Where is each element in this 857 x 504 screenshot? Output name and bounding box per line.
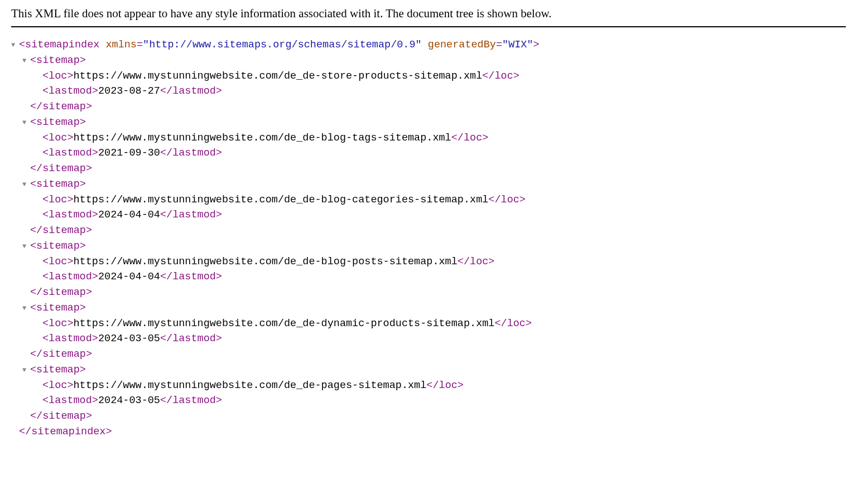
lastmod-line: <lastmod>2024-04-04</lastmod> — [11, 269, 846, 285]
caret-icon[interactable] — [22, 118, 30, 128]
sitemap-open-tag: <sitemap> — [30, 117, 86, 128]
sitemap-close-tag: </sitemap> — [30, 163, 92, 175]
lastmod-value: 2024-03-05 — [98, 333, 160, 345]
loc-line: <loc>https://www.mystunningwebsite.com/d… — [11, 316, 846, 332]
loc-value: https://www.mystunningwebsite.com/de_de-… — [74, 70, 483, 82]
loc-value: https://www.mystunningwebsite.com/de_de-… — [74, 256, 458, 268]
sitemap-close-line: </sitemap> — [11, 285, 846, 301]
loc-close-tag: </loc> — [426, 380, 464, 391]
sitemap-open-tag: <sitemap> — [30, 55, 86, 66]
loc-close-tag: </loc> — [482, 70, 519, 82]
loc-value: https://www.mystunningwebsite.com/de_de-… — [74, 194, 489, 206]
loc-close-tag: </loc> — [494, 318, 532, 329]
loc-line: <loc>https://www.mystunningwebsite.com/d… — [11, 130, 846, 146]
sitemap-entry: <sitemap><loc>https://www.mystunningwebs… — [11, 177, 846, 239]
space — [99, 39, 105, 51]
root-close-tag: </ — [19, 426, 31, 438]
sitemap-close-line: </sitemap> — [11, 161, 846, 177]
attr-value-1: WIX — [508, 39, 527, 51]
loc-open-tag: <loc> — [42, 132, 74, 144]
lastmod-open-tag: <lastmod> — [42, 333, 98, 345]
loc-value: https://www.mystunningwebsite.com/de_de-… — [74, 132, 451, 144]
lastmod-open-tag: <lastmod> — [42, 271, 98, 283]
lastmod-open-tag: <lastmod> — [42, 395, 98, 406]
xml-no-style-notice: This XML file does not appear to have an… — [11, 7, 846, 27]
sitemap-entry: <sitemap><loc>https://www.mystunningwebs… — [11, 115, 846, 177]
loc-line: <loc>https://www.mystunningwebsite.com/d… — [11, 378, 846, 394]
sitemap-close-line: </sitemap> — [11, 347, 846, 362]
sitemap-close-line: </sitemap> — [11, 409, 846, 424]
equals: = — [137, 39, 143, 51]
lastmod-line: <lastmod>2024-03-05</lastmod> — [11, 393, 846, 409]
root-close-bracket: > — [533, 39, 540, 51]
lastmod-line: <lastmod>2024-04-04</lastmod> — [11, 207, 846, 223]
sitemap-entries: <sitemap><loc>https://www.mystunningwebs… — [11, 53, 846, 424]
space — [422, 39, 428, 51]
loc-close-tag: </loc> — [451, 132, 489, 144]
sitemap-open-line: <sitemap> — [11, 239, 846, 254]
sitemap-open-line: <sitemap> — [11, 301, 846, 316]
attr-name-0: xmlns — [105, 39, 137, 51]
sitemap-open-tag: <sitemap> — [30, 364, 86, 376]
sitemap-close-tag: </sitemap> — [30, 101, 92, 113]
sitemap-close-tag: </sitemap> — [30, 225, 92, 236]
sitemap-entry: <sitemap><loc>https://www.mystunningwebs… — [11, 239, 846, 301]
caret-icon[interactable] — [22, 180, 30, 190]
caret-icon[interactable] — [22, 365, 30, 375]
quote: " — [416, 39, 422, 51]
sitemap-open-line: <sitemap> — [11, 362, 846, 378]
lastmod-value: 2024-04-04 — [98, 209, 160, 221]
sitemap-open-tag: <sitemap> — [30, 178, 86, 190]
sitemap-close-tag: </sitemap> — [30, 287, 92, 298]
lastmod-close-tag: </lastmod> — [160, 395, 222, 406]
loc-close-tag: </loc> — [458, 256, 495, 268]
loc-value: https://www.mystunningwebsite.com/de_de-… — [74, 380, 427, 391]
quote: " — [143, 39, 149, 51]
root-open-line: <sitemapindex xmlns="http://www.sitemaps… — [11, 37, 846, 53]
lastmod-open-tag: <lastmod> — [42, 85, 98, 97]
sitemap-open-line: <sitemap> — [11, 177, 846, 192]
sitemap-open-tag: <sitemap> — [30, 240, 86, 252]
caret-icon[interactable] — [22, 303, 30, 313]
lastmod-close-tag: </lastmod> — [160, 85, 222, 97]
root-close-name: sitemapindex — [31, 426, 105, 438]
root-tag-name: sitemapindex — [25, 39, 99, 51]
loc-line: <loc>https://www.mystunningwebsite.com/d… — [11, 192, 846, 208]
loc-open-tag: <loc> — [42, 318, 74, 329]
lastmod-value: 2024-03-05 — [98, 395, 160, 406]
quote: " — [527, 39, 533, 51]
root-close-line: </sitemapindex> — [11, 424, 846, 440]
lastmod-close-tag: </lastmod> — [160, 209, 222, 221]
loc-close-tag: </loc> — [488, 194, 526, 206]
loc-open-tag: <loc> — [42, 256, 74, 268]
equals: = — [496, 39, 502, 51]
lastmod-line: <lastmod>2023-08-27</lastmod> — [11, 84, 846, 99]
caret-icon[interactable] — [22, 241, 30, 251]
lastmod-close-tag: </lastmod> — [160, 271, 222, 283]
caret-icon[interactable] — [22, 56, 30, 66]
loc-open-tag: <loc> — [42, 70, 74, 82]
loc-line: <loc>https://www.mystunningwebsite.com/d… — [11, 254, 846, 270]
root-open-bracket: < — [19, 39, 25, 51]
sitemap-entry: <sitemap><loc>https://www.mystunningwebs… — [11, 301, 846, 362]
sitemap-entry: <sitemap><loc>https://www.mystunningwebs… — [11, 362, 846, 424]
lastmod-line: <lastmod>2021-09-30</lastmod> — [11, 146, 846, 161]
quote: " — [502, 39, 508, 51]
loc-open-tag: <loc> — [42, 380, 74, 391]
lastmod-open-tag: <lastmod> — [42, 209, 98, 221]
loc-open-tag: <loc> — [42, 194, 74, 206]
caret-icon[interactable] — [11, 40, 19, 50]
loc-value: https://www.mystunningwebsite.com/de_de-… — [74, 318, 495, 329]
loc-line: <loc>https://www.mystunningwebsite.com/d… — [11, 69, 846, 84]
lastmod-close-tag: </lastmod> — [160, 147, 222, 159]
lastmod-value: 2024-04-04 — [98, 271, 160, 283]
lastmod-open-tag: <lastmod> — [42, 147, 98, 159]
lastmod-value: 2023-08-27 — [98, 85, 160, 97]
sitemap-close-tag: </sitemap> — [30, 410, 92, 422]
xml-tree: <sitemapindex xmlns="http://www.sitemaps… — [11, 37, 846, 440]
sitemap-entry: <sitemap><loc>https://www.mystunningwebs… — [11, 53, 846, 115]
sitemap-open-tag: <sitemap> — [30, 302, 86, 314]
root-close-end: > — [105, 426, 112, 438]
lastmod-close-tag: </lastmod> — [160, 333, 222, 345]
sitemap-close-line: </sitemap> — [11, 223, 846, 239]
